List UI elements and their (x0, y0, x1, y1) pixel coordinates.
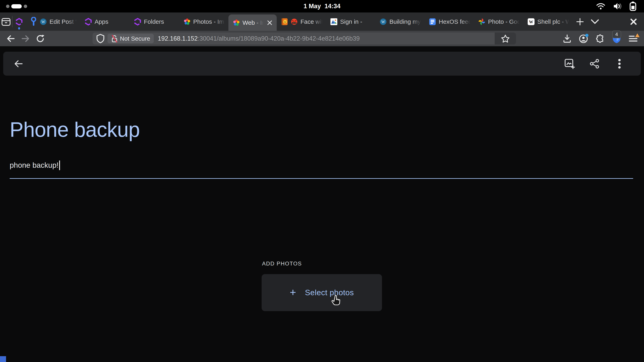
status-time: 14:34 (324, 2, 340, 10)
album-app-bar (3, 52, 641, 76)
purple-hex-icon (85, 18, 92, 25)
tab-strip: W Edit Post “He Apps Folders Photos - Im… (0, 12, 644, 31)
tab-edit-post[interactable]: W Edit Post “He (26, 12, 80, 31)
orange-book-emoji-icon (281, 18, 288, 25)
reload-button[interactable] (34, 31, 46, 46)
mountain-logo-icon (330, 18, 337, 25)
url-bar[interactable]: Not Secure 192.168.1.152:30041/albums/18… (92, 32, 516, 44)
status-date: 1 May (304, 2, 321, 10)
immich-flower-icon (184, 18, 190, 25)
bookmark-star-button[interactable] (495, 32, 516, 44)
purple-hex-icon (16, 18, 22, 25)
account-button[interactable] (578, 33, 589, 44)
downloads-button[interactable] (562, 33, 573, 44)
url-text[interactable]: 192.168.1.152:30041/albums/18089a90-420a… (158, 35, 495, 42)
tab-label: Photo - Goog (488, 18, 520, 25)
plus-icon: + (290, 287, 296, 298)
tracking-protection-shield-icon[interactable] (96, 34, 105, 43)
tab-tray-button[interactable] (0, 12, 12, 31)
window-close-button[interactable] (628, 12, 640, 31)
tab-folders[interactable]: Folders (130, 12, 179, 31)
tab-label: Photos - Imm (193, 18, 225, 25)
select-photos-button[interactable]: + Select photos (262, 274, 382, 311)
tab-apps[interactable]: Apps (80, 12, 130, 31)
system-status-bar: 1 May 14:34 (0, 0, 644, 12)
tab-photo-google[interactable]: Photo - Goog (474, 12, 523, 31)
tab-label: Edit Post “He (50, 18, 77, 25)
pinned-tab[interactable] (12, 12, 26, 31)
extensions-puzzle-button[interactable] (594, 33, 606, 44)
tab-photos-immich[interactable]: Photos - Imm (179, 12, 228, 31)
tab-close-icon[interactable] (266, 19, 273, 26)
cursing-face-emoji-icon (291, 18, 298, 25)
active-pin-indicator-icon (18, 27, 20, 29)
more-options-button[interactable] (614, 58, 626, 70)
album-description-value: phone backup! (10, 161, 58, 170)
tab-label: Apps (94, 18, 108, 25)
share-button[interactable] (588, 58, 600, 70)
tab-hexos-feedback[interactable]: HexOS feedb (425, 12, 474, 31)
tab-label: Shell plc - W (537, 18, 569, 25)
wordpress-icon: W (380, 18, 386, 25)
new-tab-button[interactable] (572, 12, 588, 31)
browser-toolbar: Not Secure 192.168.1.152:30041/albums/18… (0, 31, 644, 46)
page-content: Phone backup phone backup! ADD PHOTOS + … (0, 46, 644, 362)
tab-label: Face with (300, 18, 322, 25)
url-path: :30041/albums/18089a90-420a-4b22-9b42-4e… (198, 35, 360, 42)
tab-label: Folders (144, 18, 164, 25)
add-photos-button[interactable] (564, 58, 576, 70)
status-clock: 1 May 14:34 (0, 0, 644, 12)
tab-web-immich-active[interactable]: Web - Imm (228, 14, 277, 31)
album-back-button[interactable] (11, 56, 26, 71)
tab-label: Building my (390, 18, 420, 25)
immich-flower-icon (233, 19, 240, 26)
menu-button[interactable] (628, 33, 639, 44)
wordpress-icon: W (40, 18, 47, 25)
tab-building-my[interactable]: W Building my (375, 12, 425, 31)
google-photos-icon (478, 18, 485, 25)
battery-icon (630, 1, 636, 11)
svg-text:W: W (529, 19, 533, 24)
wikipedia-icon: W (528, 18, 534, 25)
select-photos-label: Select photos (305, 288, 354, 297)
tab-list-chevron-button[interactable] (588, 12, 602, 31)
album-title-input[interactable]: Phone backup (10, 118, 140, 142)
text-caret (59, 160, 60, 170)
tab-shell-wikipedia[interactable]: W Shell plc - W (523, 12, 572, 31)
album-description-input[interactable]: phone backup! (10, 160, 60, 170)
adblock-shield-button[interactable]: 4 (611, 33, 622, 44)
tab-label: Web - Imm (242, 19, 264, 26)
menu-alert-triangle-icon (635, 33, 640, 37)
security-chip-label: Not Secure (120, 35, 150, 42)
feedback-doc-icon (429, 18, 436, 25)
tab-label: Sign in - (340, 18, 362, 25)
forward-button[interactable] (19, 31, 32, 46)
tab-label: HexOS feedb (439, 18, 470, 25)
back-button[interactable] (5, 31, 17, 46)
volume-icon (612, 2, 622, 10)
blue-pin-icon (30, 18, 37, 25)
security-chip[interactable]: Not Secure (108, 34, 154, 43)
add-photos-section-label: ADD PHOTOS (262, 261, 302, 267)
tab-sign-in[interactable]: Sign in - (326, 12, 375, 31)
purple-hex-icon (134, 18, 141, 25)
url-host: 192.168.1.152 (158, 35, 198, 42)
description-focus-underline (10, 178, 633, 179)
browser-window: 1 May 14:34 (0, 0, 644, 362)
mouse-pointer-icon (331, 295, 342, 307)
svg-text:W: W (381, 19, 385, 24)
broken-lock-icon (111, 34, 118, 43)
tab-face-with[interactable]: Face with (277, 12, 326, 31)
svg-text:W: W (42, 19, 45, 24)
partial-corner-element (0, 356, 6, 362)
adblock-badge-count: 4 (612, 30, 621, 38)
wifi-icon (596, 2, 605, 10)
